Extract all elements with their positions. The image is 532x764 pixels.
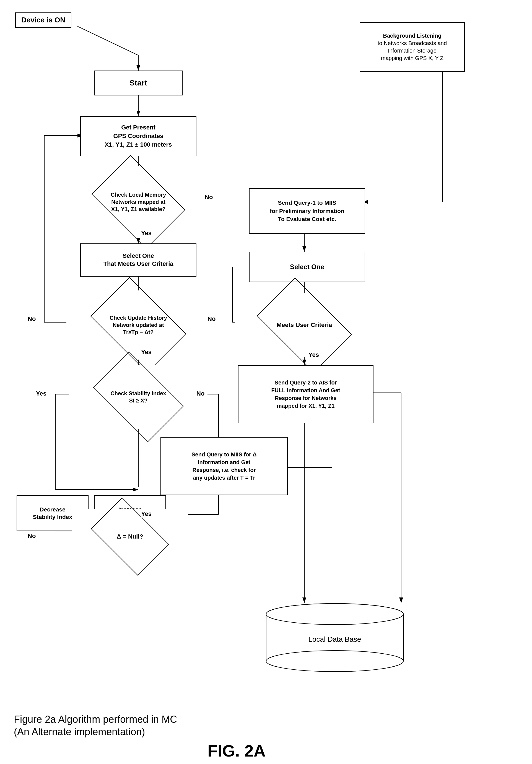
send-query1-box: Send Query-1 to MIIS for Preliminary Inf… [249,188,365,234]
svg-line-2 [78,26,138,55]
check-local-no-label: No [205,194,213,201]
meets-user-yes-label: Yes [308,351,319,358]
start-box: Start [94,71,183,96]
send-query2-box: Send Query-2 to AIS for FULL Information… [238,365,374,423]
get-gps-line1: Get Present [105,123,172,132]
caption-line2: (An Alternate implementation) [14,726,145,738]
check-local-diamond: Check Local Memory Networks mapped at X1… [69,166,208,238]
check-update-diamond: Check Update History Network updated at … [67,290,210,360]
get-gps-line3: X1, Y1, Z1 ± 100 meters [105,140,172,149]
check-stability-diamond: Check Stability Index SI ≥ X? [69,365,208,429]
fig-label: FIG. 2A [208,741,266,760]
device-on-box: Device is ON [15,12,72,28]
background-listening-box: Background Listening to Networks Broadca… [360,22,465,72]
delta-null-diamond: Δ = Null? [72,509,188,564]
svg-text:Local Data Base: Local Data Base [308,635,361,644]
check-update-no-label: No [28,315,36,322]
svg-point-42 [266,651,403,671]
select-one-right-box: Select One [249,252,365,282]
svg-point-43 [266,604,403,625]
delta-null-no-label: No [28,532,36,540]
delta-null-yes-label: Yes [141,510,152,517]
check-stability-no-label: No [196,390,204,397]
check-stability-yes-label: Yes [36,390,47,397]
check-local-yes-label: Yes [141,230,152,237]
diagram-container: Device is ON Start Get Present GPS Coord… [0,0,532,764]
get-gps-line2: GPS Coordinates [105,132,172,140]
local-db-cylinder: Local Data Base [266,603,404,672]
check-update-yes-label: Yes [141,348,152,356]
meets-user-no-label: No [208,315,216,322]
meets-user-diamond: Meets User Criteria [235,293,374,357]
caption-line1: Figure 2a Algorithm performed in MC [14,714,177,725]
get-gps-box: Get Present GPS Coordinates X1, Y1, Z1 ±… [80,116,196,156]
send-query-delta-box: Send Query to MIIS for Δ Information and… [160,437,288,495]
select-one-local-box: Select One That Meets User Criteria [80,244,196,277]
